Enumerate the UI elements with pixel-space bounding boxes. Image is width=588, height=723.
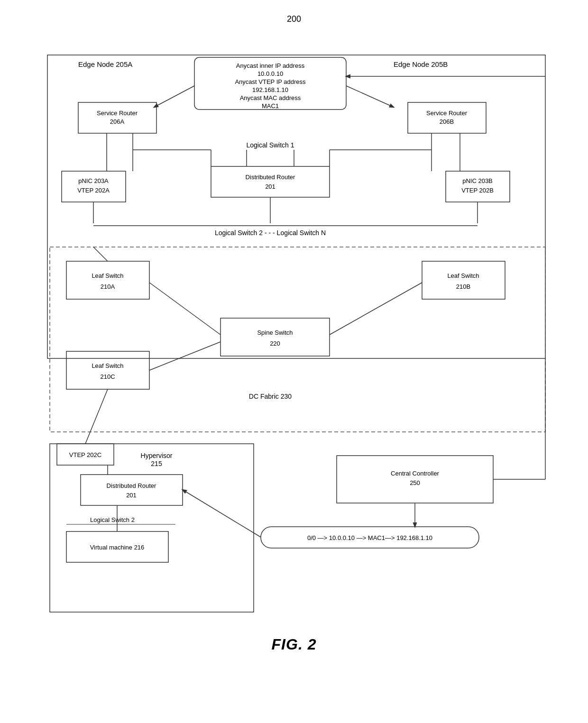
svg-line-32	[93, 247, 108, 261]
diagram-svg: Edge Node 205A Edge Node 205B Anycast in…	[33, 29, 555, 626]
anycast-label2: 10.0.0.10	[257, 70, 283, 77]
svg-rect-28	[220, 318, 330, 356]
dist-router-201-label1: Distributed Router	[246, 174, 295, 181]
pnic-203a-label2: VTEP 202A	[77, 187, 110, 194]
edge-node-205a-label: Edge Node 205A	[78, 60, 132, 68]
hypervisor-215-num: 215	[151, 460, 162, 467]
pnic-203b-label2: VTEP 202B	[461, 187, 494, 194]
svg-line-29	[149, 283, 220, 335]
svg-line-46	[183, 490, 261, 537]
svg-rect-33	[50, 444, 254, 612]
service-router-206a-label2: 206A	[110, 118, 125, 125]
logical-switch-1-label: Logical Switch 1	[246, 141, 294, 149]
edge-node-205b-label: Edge Node 205B	[394, 60, 448, 68]
dc-fabric-label: DC Fabric 230	[249, 393, 292, 400]
dist-router-201b-label2: 201	[126, 492, 137, 499]
svg-line-3	[346, 86, 394, 107]
vm-216-label: Virtual machine 216	[90, 544, 145, 551]
diagram-number: 200	[9, 14, 579, 24]
leaf-210a-label1: Leaf Switch	[92, 272, 123, 279]
anycast-label4: 192.168.1.10	[252, 86, 288, 93]
dist-router-201-label2: 201	[265, 183, 276, 190]
hypervisor-215-label: Hypervisor	[141, 452, 173, 459]
leaf-210c-label2: 210C	[100, 373, 115, 380]
route-entry-label: 0/0 —> 10.0.0.10 —> MAC1—> 192.168.1.10	[307, 534, 432, 541]
pnic-203b-label1: pNIC 203B	[462, 177, 493, 184]
page: 200 Edge Node 205A Edge Node 205B Anycas…	[0, 0, 588, 723]
svg-rect-35	[81, 475, 183, 505]
svg-line-40	[85, 389, 108, 444]
svg-rect-25	[66, 261, 149, 299]
service-router-206a-label1: Service Router	[97, 110, 138, 117]
leaf-210b-label1: Leaf Switch	[447, 272, 479, 279]
leaf-210a-label2: 210A	[101, 283, 115, 290]
pnic-203a-label1: pNIC 203A	[78, 177, 109, 184]
dist-router-201b-label1: Distributed Router	[107, 482, 156, 489]
svg-line-31	[149, 342, 220, 370]
central-controller-label1: Central Controller	[391, 470, 440, 477]
svg-rect-13	[211, 166, 330, 197]
diagram-area: Edge Node 205A Edge Node 205B Anycast in…	[33, 29, 555, 626]
service-router-206b-label2: 206B	[440, 118, 454, 125]
anycast-label6: MAC1	[262, 102, 279, 110]
svg-line-2	[154, 86, 194, 107]
service-router-206b-label1: Service Router	[426, 110, 468, 117]
svg-line-30	[330, 283, 422, 335]
anycast-label1: Anycast inner IP address	[236, 62, 305, 69]
anycast-label3: Anycast VTEP IP address	[235, 78, 306, 85]
svg-rect-27	[66, 351, 149, 389]
leaf-210b-label2: 210B	[456, 283, 470, 290]
svg-rect-26	[422, 261, 505, 299]
spine-switch-label2: 220	[270, 340, 280, 347]
leaf-210c-label1: Leaf Switch	[92, 362, 123, 369]
vtep-202c-label: VTEP 202C	[69, 451, 101, 458]
spine-switch-label1: Spine Switch	[257, 329, 293, 336]
anycast-label5: Anycast MAC address	[240, 94, 301, 101]
logical-switch-2n-label: Logical Switch 2 - - - Logical Switch N	[215, 229, 326, 237]
fig-label: FIG. 2	[9, 636, 579, 653]
logical-switch-2-label: Logical Switch 2	[90, 516, 135, 523]
central-controller-label2: 250	[410, 479, 420, 486]
